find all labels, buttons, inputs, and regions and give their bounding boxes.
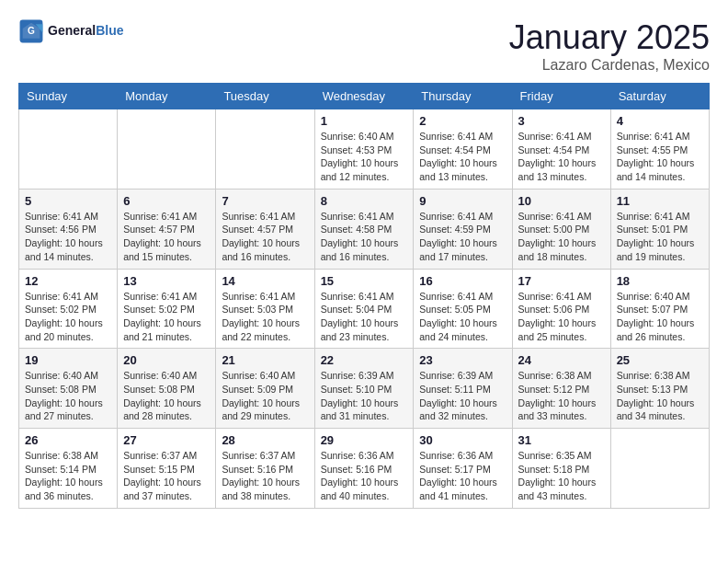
day-info: Sunrise: 6:41 AM Sunset: 5:05 PM Dayligh… (419, 290, 506, 344)
day-info: Sunrise: 6:40 AM Sunset: 5:09 PM Dayligh… (222, 369, 308, 423)
day-number: 22 (321, 353, 408, 367)
day-number: 31 (518, 433, 605, 447)
day-number: 19 (25, 353, 111, 367)
page-header: G GeneralBlue January 2025 Lazaro Carden… (18, 18, 710, 74)
calendar-cell: 28Sunrise: 6:37 AM Sunset: 5:16 PM Dayli… (216, 429, 314, 509)
day-info: Sunrise: 6:41 AM Sunset: 4:56 PM Dayligh… (25, 210, 111, 264)
calendar-cell (118, 109, 216, 190)
day-info: Sunrise: 6:41 AM Sunset: 4:58 PM Dayligh… (321, 210, 408, 264)
title-block: January 2025 Lazaro Cardenas, Mexico (509, 18, 710, 74)
calendar-title: January 2025 (509, 18, 710, 57)
day-number: 12 (25, 274, 111, 288)
day-info: Sunrise: 6:41 AM Sunset: 4:55 PM Dayligh… (617, 130, 703, 184)
calendar-week-row: 19Sunrise: 6:40 AM Sunset: 5:08 PM Dayli… (19, 349, 710, 429)
day-info: Sunrise: 6:41 AM Sunset: 4:57 PM Dayligh… (222, 210, 308, 264)
svg-text:G: G (28, 26, 35, 36)
calendar-cell: 22Sunrise: 6:39 AM Sunset: 5:10 PM Dayli… (314, 349, 414, 429)
calendar-header-row: SundayMondayTuesdayWednesdayThursdayFrid… (19, 84, 710, 109)
calendar-subtitle: Lazaro Cardenas, Mexico (509, 57, 710, 74)
calendar-cell: 7Sunrise: 6:41 AM Sunset: 4:57 PM Daylig… (216, 189, 314, 269)
calendar-cell: 15Sunrise: 6:41 AM Sunset: 5:04 PM Dayli… (314, 269, 414, 349)
day-info: Sunrise: 6:41 AM Sunset: 4:54 PM Dayligh… (518, 130, 605, 184)
day-number: 7 (222, 194, 308, 208)
day-number: 13 (123, 274, 210, 288)
calendar-cell: 12Sunrise: 6:41 AM Sunset: 5:02 PM Dayli… (19, 269, 118, 349)
day-info: Sunrise: 6:41 AM Sunset: 5:02 PM Dayligh… (123, 290, 210, 344)
weekday-header-wednesday: Wednesday (314, 84, 414, 109)
day-number: 15 (321, 274, 408, 288)
day-info: Sunrise: 6:40 AM Sunset: 5:07 PM Dayligh… (617, 290, 703, 344)
calendar-cell: 2Sunrise: 6:41 AM Sunset: 4:54 PM Daylig… (414, 109, 512, 190)
day-info: Sunrise: 6:38 AM Sunset: 5:14 PM Dayligh… (25, 449, 111, 503)
day-info: Sunrise: 6:41 AM Sunset: 5:00 PM Dayligh… (518, 210, 605, 264)
day-number: 25 (617, 353, 703, 367)
day-number: 26 (25, 433, 111, 447)
calendar-cell: 29Sunrise: 6:36 AM Sunset: 5:16 PM Dayli… (314, 429, 414, 509)
day-number: 3 (518, 114, 605, 128)
day-info: Sunrise: 6:41 AM Sunset: 5:04 PM Dayligh… (321, 290, 408, 344)
calendar-cell: 18Sunrise: 6:40 AM Sunset: 5:07 PM Dayli… (610, 269, 709, 349)
calendar-cell: 31Sunrise: 6:35 AM Sunset: 5:18 PM Dayli… (512, 429, 610, 509)
day-info: Sunrise: 6:39 AM Sunset: 5:10 PM Dayligh… (321, 369, 408, 423)
day-info: Sunrise: 6:41 AM Sunset: 4:54 PM Dayligh… (419, 130, 506, 184)
calendar-cell: 3Sunrise: 6:41 AM Sunset: 4:54 PM Daylig… (512, 109, 610, 190)
day-number: 20 (123, 353, 210, 367)
calendar-cell (216, 109, 314, 190)
calendar-cell: 25Sunrise: 6:38 AM Sunset: 5:13 PM Dayli… (610, 349, 709, 429)
day-number: 11 (617, 194, 703, 208)
calendar-cell: 1Sunrise: 6:40 AM Sunset: 4:53 PM Daylig… (314, 109, 414, 190)
calendar-cell: 10Sunrise: 6:41 AM Sunset: 5:00 PM Dayli… (512, 189, 610, 269)
day-number: 14 (222, 274, 308, 288)
day-info: Sunrise: 6:41 AM Sunset: 5:06 PM Dayligh… (518, 290, 605, 344)
weekday-header-saturday: Saturday (610, 84, 709, 109)
calendar-cell: 16Sunrise: 6:41 AM Sunset: 5:05 PM Dayli… (414, 269, 512, 349)
day-info: Sunrise: 6:40 AM Sunset: 5:08 PM Dayligh… (123, 369, 210, 423)
day-number: 1 (321, 114, 408, 128)
day-info: Sunrise: 6:41 AM Sunset: 5:01 PM Dayligh… (617, 210, 703, 264)
logo: G GeneralBlue (18, 18, 123, 44)
calendar-cell: 14Sunrise: 6:41 AM Sunset: 5:03 PM Dayli… (216, 269, 314, 349)
day-info: Sunrise: 6:37 AM Sunset: 5:15 PM Dayligh… (123, 449, 210, 503)
calendar-week-row: 12Sunrise: 6:41 AM Sunset: 5:02 PM Dayli… (19, 269, 710, 349)
day-info: Sunrise: 6:38 AM Sunset: 5:12 PM Dayligh… (518, 369, 605, 423)
calendar-week-row: 5Sunrise: 6:41 AM Sunset: 4:56 PM Daylig… (19, 189, 710, 269)
calendar-cell: 20Sunrise: 6:40 AM Sunset: 5:08 PM Dayli… (118, 349, 216, 429)
calendar-week-row: 26Sunrise: 6:38 AM Sunset: 5:14 PM Dayli… (19, 429, 710, 509)
logo-general: General (48, 23, 96, 38)
calendar-cell: 4Sunrise: 6:41 AM Sunset: 4:55 PM Daylig… (610, 109, 709, 190)
calendar-cell: 9Sunrise: 6:41 AM Sunset: 4:59 PM Daylig… (414, 189, 512, 269)
calendar-cell (19, 109, 118, 190)
day-info: Sunrise: 6:35 AM Sunset: 5:18 PM Dayligh… (518, 449, 605, 503)
weekday-header-thursday: Thursday (414, 84, 512, 109)
day-number: 21 (222, 353, 308, 367)
calendar-cell: 11Sunrise: 6:41 AM Sunset: 5:01 PM Dayli… (610, 189, 709, 269)
logo-icon: G (18, 18, 44, 44)
day-number: 16 (419, 274, 506, 288)
weekday-header-sunday: Sunday (19, 84, 118, 109)
calendar-week-row: 1Sunrise: 6:40 AM Sunset: 4:53 PM Daylig… (19, 109, 710, 190)
day-info: Sunrise: 6:41 AM Sunset: 5:03 PM Dayligh… (222, 290, 308, 344)
day-number: 2 (419, 114, 506, 128)
day-number: 28 (222, 433, 308, 447)
day-number: 24 (518, 353, 605, 367)
day-info: Sunrise: 6:41 AM Sunset: 5:02 PM Dayligh… (25, 290, 111, 344)
day-info: Sunrise: 6:41 AM Sunset: 4:57 PM Dayligh… (123, 210, 210, 264)
day-number: 30 (419, 433, 506, 447)
day-number: 10 (518, 194, 605, 208)
weekday-header-tuesday: Tuesday (216, 84, 314, 109)
day-number: 29 (321, 433, 408, 447)
day-info: Sunrise: 6:40 AM Sunset: 5:08 PM Dayligh… (25, 369, 111, 423)
day-number: 5 (25, 194, 111, 208)
day-info: Sunrise: 6:38 AM Sunset: 5:13 PM Dayligh… (617, 369, 703, 423)
calendar-cell: 5Sunrise: 6:41 AM Sunset: 4:56 PM Daylig… (19, 189, 118, 269)
calendar-cell: 23Sunrise: 6:39 AM Sunset: 5:11 PM Dayli… (414, 349, 512, 429)
weekday-header-monday: Monday (118, 84, 216, 109)
calendar-cell: 17Sunrise: 6:41 AM Sunset: 5:06 PM Dayli… (512, 269, 610, 349)
calendar-cell: 8Sunrise: 6:41 AM Sunset: 4:58 PM Daylig… (314, 189, 414, 269)
day-number: 9 (419, 194, 506, 208)
day-info: Sunrise: 6:41 AM Sunset: 4:59 PM Dayligh… (419, 210, 506, 264)
logo-blue: Blue (96, 23, 123, 38)
calendar-cell: 27Sunrise: 6:37 AM Sunset: 5:15 PM Dayli… (118, 429, 216, 509)
day-number: 27 (123, 433, 210, 447)
day-number: 4 (617, 114, 703, 128)
